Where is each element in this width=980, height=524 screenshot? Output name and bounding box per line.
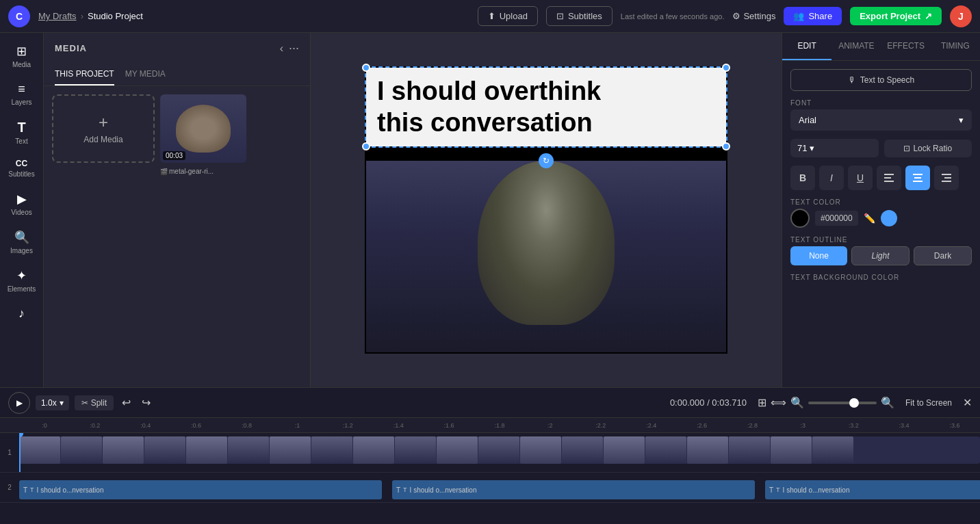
- right-panel-content: 🎙 Text to Speech FONT Arial ▾ 71 ▾ ⊡: [782, 61, 980, 387]
- ruler-mark: :0.8: [222, 422, 272, 429]
- video-thumb-4: [144, 436, 185, 464]
- export-icon: ↗: [925, 11, 932, 21]
- undo-button[interactable]: ↩: [119, 393, 133, 412]
- sidebar-item-layers[interactable]: ≡ Layers: [3, 77, 41, 112]
- media-tabs: THIS PROJECT MY MEDIA: [44, 64, 310, 86]
- handle-bottom-right[interactable]: [722, 142, 730, 150]
- sidebar-item-elements[interactable]: ✦ Elements: [3, 263, 41, 298]
- align-center-button[interactable]: [905, 166, 930, 190]
- add-media-button[interactable]: + Add Media: [52, 94, 155, 163]
- color-opacity-circle[interactable]: [881, 210, 897, 226]
- play-button[interactable]: ▶: [8, 392, 30, 414]
- split-button[interactable]: ✂ Split: [75, 395, 114, 410]
- zoom-out-button[interactable]: 🔍: [790, 396, 804, 409]
- handle-top-right[interactable]: [722, 64, 730, 72]
- sidebar-item-videos-label: Videos: [11, 209, 31, 216]
- zoom-thumb[interactable]: [849, 398, 859, 408]
- text-to-speech-button[interactable]: 🎙 Text to Speech: [790, 69, 972, 91]
- sidebar-item-subtitles[interactable]: CC Subtitles: [3, 153, 41, 183]
- align-right-button[interactable]: [934, 166, 959, 190]
- share-button[interactable]: 👥 Share: [784, 7, 842, 25]
- text-color-swatch[interactable]: [790, 209, 810, 228]
- media-icon: ⊞: [16, 44, 27, 59]
- sidebar-item-images[interactable]: 🔍 Images: [3, 224, 41, 260]
- bold-button[interactable]: B: [790, 166, 815, 190]
- text-clip-2[interactable]: T T I should o...nversation: [392, 480, 755, 499]
- align-left-button[interactable]: [877, 166, 901, 190]
- tab-this-project[interactable]: THIS PROJECT: [55, 64, 114, 86]
- breadcrumb-link[interactable]: My Drafts: [38, 11, 77, 21]
- settings-button[interactable]: ⚙ Settings: [732, 11, 775, 21]
- upload-icon: ⬆: [488, 11, 495, 21]
- sidebar-item-videos[interactable]: ▶ Videos: [3, 186, 41, 222]
- ruler-mark: :3.6: [929, 422, 980, 429]
- media-panel-collapse-button[interactable]: ‹: [280, 42, 283, 55]
- tab-timing[interactable]: TIMING: [931, 33, 980, 60]
- italic-button[interactable]: I: [819, 166, 844, 190]
- text-clip-3[interactable]: T T I should o...nversation: [765, 480, 980, 499]
- images-icon: 🔍: [14, 230, 29, 245]
- video-thumb-11: [437, 436, 478, 464]
- sidebar-item-media[interactable]: ⊞ Media: [3, 38, 41, 74]
- font-selector[interactable]: Arial ▾: [790, 109, 972, 131]
- fit-to-screen-button[interactable]: Fit to Screen: [900, 395, 957, 410]
- tab-edit[interactable]: EDIT: [782, 33, 831, 60]
- text-bg-section: TEXT BACKGROUND COLOR: [790, 274, 972, 281]
- ruler-mark: :3.4: [879, 422, 929, 429]
- text-element[interactable]: I should overthink this conversation ↻: [366, 68, 726, 146]
- text-clip-1[interactable]: T T I should o...nversation: [19, 480, 382, 499]
- font-section-label: FONT: [790, 99, 972, 107]
- subtitles-button[interactable]: ⊡ Subtitles: [546, 6, 612, 26]
- breadcrumb: My Drafts › Studio Project: [38, 11, 143, 21]
- playhead[interactable]: [19, 433, 21, 472]
- lock-ratio-button[interactable]: ⊡ Lock Ratio: [884, 140, 972, 157]
- time-display: 0:00.000 / 0:03.710: [670, 397, 747, 408]
- user-avatar[interactable]: J: [950, 5, 972, 27]
- canvas-area[interactable]: I should overthink this conversation ↻: [311, 33, 782, 387]
- breadcrumb-current: Studio Project: [88, 11, 143, 21]
- text-clip-label-2: I should o...nversation: [410, 486, 477, 494]
- video-thumb-6: [228, 436, 269, 464]
- outline-light-button[interactable]: Light: [851, 246, 910, 265]
- zoom-slider[interactable]: [808, 402, 877, 404]
- underline-button[interactable]: U: [848, 166, 873, 190]
- export-button[interactable]: Export Project ↗: [850, 7, 942, 25]
- video-track[interactable]: [19, 436, 980, 464]
- zoom-in-button[interactable]: 🔍: [881, 396, 894, 409]
- handle-bottom-left[interactable]: [362, 142, 370, 150]
- media-panel-more-button[interactable]: ···: [289, 41, 299, 55]
- ruler-mark: :1.6: [424, 422, 474, 429]
- outline-dark-button[interactable]: Dark: [914, 246, 972, 265]
- sidebar-item-media-label: Media: [12, 61, 31, 68]
- video-thumb-1: [19, 436, 60, 464]
- track-label-2: 2: [0, 484, 19, 491]
- sidebar-item-text[interactable]: T Text: [3, 114, 41, 150]
- sidebar-item-music[interactable]: ♪: [3, 301, 41, 326]
- video-thumb-15: [604, 436, 645, 464]
- tab-effects[interactable]: EFFECTS: [881, 33, 931, 60]
- video-thumb-18: [729, 436, 770, 464]
- video-thumb-10: [395, 436, 436, 464]
- sidebar-item-layers-label: Layers: [11, 99, 31, 106]
- speed-selector[interactable]: 1.0x ▾: [36, 395, 69, 410]
- tab-animate[interactable]: ANIMATE: [831, 33, 881, 60]
- media-thumbnail[interactable]: 00:03: [160, 94, 246, 163]
- outline-none-button[interactable]: None: [790, 246, 847, 265]
- outline-row: None Light Dark: [790, 246, 972, 265]
- rotate-handle[interactable]: ↻: [539, 153, 554, 168]
- text-clip-icon-3: T: [396, 486, 400, 494]
- videos-icon: ▶: [17, 192, 27, 207]
- ruler-mark: :2: [525, 422, 576, 429]
- video-thumb-12: [478, 436, 519, 464]
- eyedropper-icon[interactable]: ✏️: [864, 213, 875, 224]
- upload-button[interactable]: ⬆ Upload: [478, 6, 538, 26]
- zoom-fit-button[interactable]: ⟺: [771, 396, 786, 409]
- scissors-icon: ✂: [81, 398, 88, 408]
- handle-top-left[interactable]: [362, 64, 370, 72]
- tab-my-media[interactable]: MY MEDIA: [125, 64, 166, 86]
- zoom-snap-button[interactable]: ⊞: [758, 396, 766, 409]
- font-size-selector[interactable]: 71 ▾: [790, 139, 879, 157]
- timeline-close-button[interactable]: ✕: [963, 396, 972, 409]
- canvas-frame[interactable]: I should overthink this conversation ↻: [365, 66, 727, 354]
- redo-button[interactable]: ↪: [139, 393, 153, 412]
